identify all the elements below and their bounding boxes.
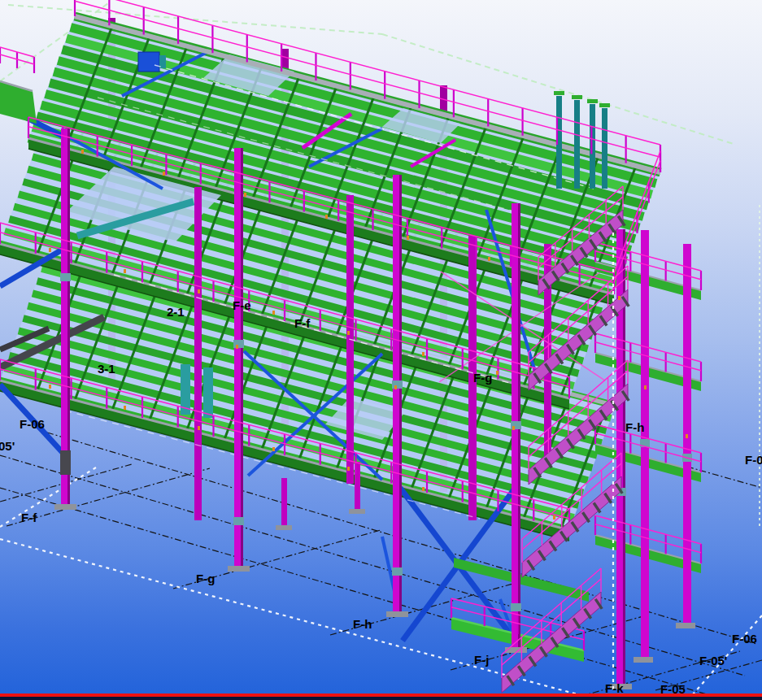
grid-label-f-0-right[interactable]: F-0 [745,454,762,466]
grid-label-3-1[interactable]: 3-1 [98,363,115,375]
grid-label-2-1[interactable]: 2-1 [167,306,185,318]
grid-label-f-k-ground[interactable]: F-k [605,682,624,694]
grid-label-f-g-mid[interactable]: F-g [473,372,492,384]
grid-label-f-e[interactable]: F-e [233,299,251,311]
grid-label-f-f-ground[interactable]: F-f [21,511,37,524]
viewport-bottom-dark-band [0,697,762,700]
model-viewport[interactable]: 2-1F-eF-f3-1F-gF-0605'F-fF-hF-gF-hF-jF-k… [0,0,762,700]
model-canvas[interactable] [0,0,762,700]
grid-label-f-g-ground[interactable]: F-g [196,572,215,585]
grid-label-f-j-ground[interactable]: F-j [474,654,489,666]
grid-label-f-h-mid[interactable]: F-h [625,421,644,433]
grid-label-f-06-left[interactable]: F-06 [20,418,45,430]
grid-label-f-05p-left[interactable]: 05' [0,440,15,452]
grid-label-f-h-ground[interactable]: F-h [353,618,372,630]
grid-label-f-f-mid[interactable]: F-f [294,317,310,329]
grid-label-f-05p-right[interactable]: F-05' [699,654,727,667]
grid-label-f-06-right[interactable]: F-06 [732,633,757,645]
